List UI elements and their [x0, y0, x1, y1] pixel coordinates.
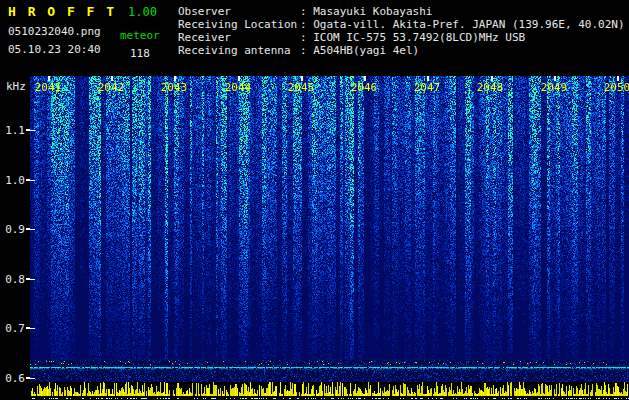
y-axis-label: 1.1: [0, 124, 25, 137]
y-axis-label: 0.6: [0, 372, 25, 385]
y-axis-tick: [26, 129, 30, 131]
y-axis-tick: [26, 228, 30, 230]
y-axis-tick: [26, 278, 30, 280]
info-value: A504HB(yagi 4el): [313, 44, 419, 57]
y-axis-tick: [26, 179, 30, 181]
time-label: 2049: [538, 81, 570, 94]
station-info: Observer: Masayuki Kobayashi Receiving L…: [178, 5, 625, 57]
info-separator: :: [300, 31, 313, 44]
info-label: Receiving Location: [178, 18, 300, 31]
time-label: 2044: [222, 81, 254, 94]
y-axis-tick: [26, 377, 30, 379]
info-label: Observer: [178, 5, 300, 18]
y-axis-unit: kHz: [6, 80, 26, 93]
info-label: Receiving antenna: [178, 44, 300, 57]
y-axis-label: 0.8: [0, 273, 25, 286]
info-value: Ogata-vill. Akita-Pref. JAPAN (139.96E, …: [313, 18, 624, 31]
info-row-location: Receiving Location: Ogata-vill. Akita-Pr…: [178, 18, 625, 31]
spectrogram-panel: kHz 1.1 1.0 0.9 0.8 0.7 0.6 2041 2042 20…: [0, 76, 629, 400]
info-value: ICOM IC-575 53.7492(8LCD)MHz USB: [313, 31, 525, 44]
time-label: 2046: [348, 81, 380, 94]
info-separator: :: [300, 44, 313, 57]
observation-datetime: 05.10.23 20:40: [8, 43, 101, 56]
y-axis-label: 1.0: [0, 174, 25, 187]
info-row-observer: Observer: Masayuki Kobayashi: [178, 5, 625, 18]
spectrogram-canvas: [30, 76, 629, 400]
info-row-antenna: Receiving antenna: A504HB(yagi 4el): [178, 44, 625, 57]
y-axis-label: 0.7: [0, 322, 25, 335]
output-filename: 0510232040.png: [8, 25, 101, 38]
time-label: 2050: [601, 81, 629, 94]
app-title: H R O F F T: [8, 4, 116, 19]
info-separator: :: [300, 5, 313, 18]
mode-label: meteor: [120, 29, 160, 42]
time-label: 2042: [95, 81, 127, 94]
time-label: 2047: [411, 81, 443, 94]
hrofft-screen: H R O F F T 1.00 0510232040.png meteor 0…: [0, 0, 629, 400]
y-axis-tick: [26, 327, 30, 329]
echo-count: 118: [130, 47, 150, 60]
info-separator: :: [300, 18, 313, 31]
time-label: 2045: [285, 81, 317, 94]
time-label: 2043: [158, 81, 190, 94]
time-label: 2041: [32, 81, 64, 94]
header: H R O F F T 1.00 0510232040.png meteor 0…: [0, 0, 629, 76]
y-axis-label: 0.9: [0, 223, 25, 236]
info-row-receiver: Receiver: ICOM IC-575 53.7492(8LCD)MHz U…: [178, 31, 625, 44]
time-label: 2048: [474, 81, 506, 94]
info-label: Receiver: [178, 31, 300, 44]
app-version: 1.00: [128, 5, 157, 19]
info-value: Masayuki Kobayashi: [313, 5, 432, 18]
